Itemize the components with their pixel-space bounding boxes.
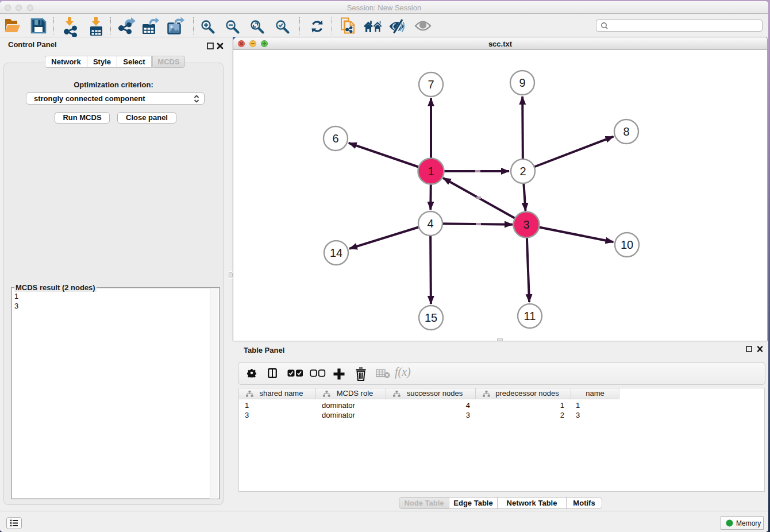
svg-text:9: 9 bbox=[519, 76, 525, 89]
svg-text:14: 14 bbox=[330, 246, 342, 259]
svg-text:8: 8 bbox=[623, 125, 629, 138]
svg-text:2: 2 bbox=[519, 165, 526, 178]
svg-text:4: 4 bbox=[427, 217, 433, 230]
svg-text:1: 1 bbox=[428, 165, 434, 178]
svg-text:6: 6 bbox=[332, 132, 338, 145]
svg-text:7: 7 bbox=[428, 78, 434, 91]
svg-text:3: 3 bbox=[523, 218, 529, 231]
svg-text:10: 10 bbox=[621, 238, 633, 251]
svg-text:11: 11 bbox=[524, 310, 536, 322]
svg-text:15: 15 bbox=[425, 311, 437, 324]
